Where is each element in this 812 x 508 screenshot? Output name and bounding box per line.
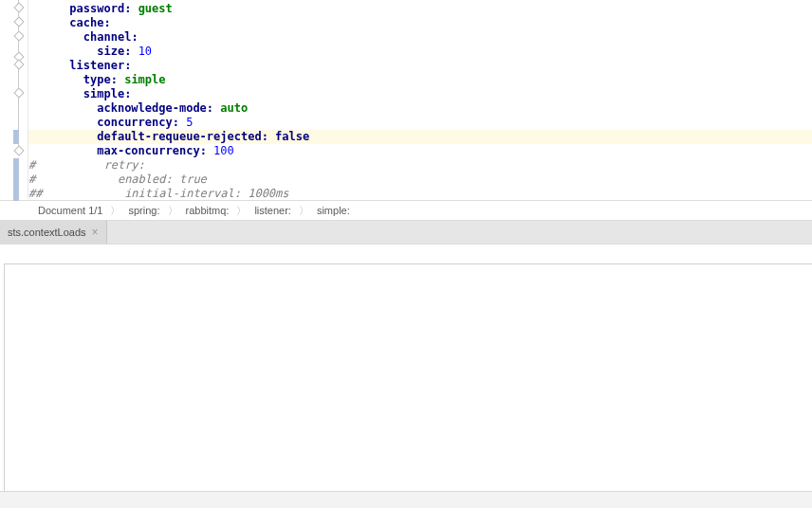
current-line-gutter-mark — [13, 130, 19, 144]
chevron-right-icon: 〉 — [110, 204, 120, 218]
yaml-key: size — [97, 45, 124, 58]
yaml-value: 100 — [213, 144, 234, 157]
yaml-key: password — [69, 2, 124, 15]
code-editor[interactable]: password: guest cache: channel: size: 10… — [0, 0, 812, 199]
yaml-comment: # retry: — [28, 158, 145, 172]
yaml-key: simple — [83, 87, 124, 100]
yaml-comment: ## initial-interval: 1000ms — [28, 187, 289, 200]
breadcrumb-item[interactable]: listener: — [254, 205, 291, 216]
yaml-value: 5 — [186, 116, 193, 129]
yaml-value: auto — [220, 101, 248, 115]
yaml-key: listener — [69, 59, 124, 72]
yaml-value: 10 — [138, 45, 152, 58]
breadcrumb: Document 1/1 〉 spring: 〉 rabbitmq: 〉 lis… — [0, 200, 812, 221]
status-bar — [0, 491, 812, 508]
console-output[interactable] — [4, 263, 812, 495]
yaml-key: concurrency — [97, 116, 172, 129]
tab-label: sts.contextLoads — [8, 227, 86, 238]
breadcrumb-doc[interactable]: Document 1/1 — [38, 205, 102, 216]
breadcrumb-item[interactable]: spring: — [128, 205, 159, 216]
yaml-key: type — [83, 73, 111, 86]
chevron-right-icon: 〉 — [299, 204, 309, 218]
yaml-value: false — [275, 130, 309, 143]
yaml-key: acknowledge-mode — [97, 101, 207, 115]
close-icon[interactable]: × — [92, 226, 99, 239]
run-panel — [0, 244, 812, 495]
panel-tab[interactable]: sts.contextLoads × — [0, 221, 107, 244]
yaml-key: cache — [69, 16, 103, 29]
breadcrumb-item[interactable]: simple: — [317, 205, 350, 216]
yaml-key: max-concurrency — [97, 144, 199, 157]
yaml-value: guest — [138, 2, 173, 15]
chevron-right-icon: 〉 — [236, 204, 247, 218]
chevron-right-icon: 〉 — [168, 204, 178, 218]
breadcrumb-item[interactable]: rabbitmq: — [186, 205, 230, 216]
yaml-key: channel — [83, 30, 132, 44]
code-content[interactable]: password: guest cache: channel: size: 10… — [28, 0, 812, 201]
yaml-key: default-requeue-rejected — [97, 130, 261, 143]
yaml-value: simple — [124, 73, 165, 86]
yaml-comment: # enabled: true — [28, 172, 207, 186]
gutter-comment-bar — [13, 158, 19, 201]
panel-tab-bar: sts.contextLoads × — [0, 221, 812, 244]
